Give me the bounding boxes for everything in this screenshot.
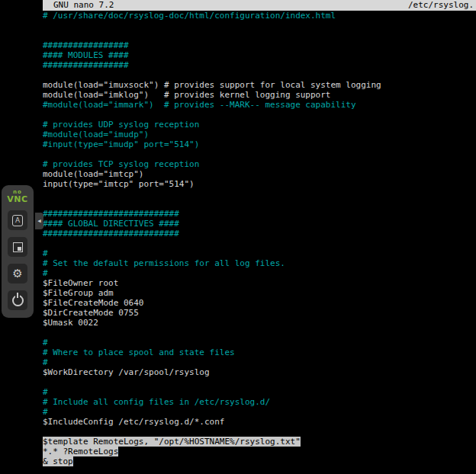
editor-line: # [43,248,476,258]
editor-line [43,149,476,159]
editor-line: ########################### [43,229,476,239]
editor-line: $WorkDirectory /var/spool/rsyslog [43,367,476,377]
nano-titlebar: GNU nano 7.2 /etc/rsyslog. [43,0,476,11]
editor-line: # provides TCP syslog reception [43,159,476,169]
vnc-control-panel: no VNC ◀ A ⚙ [2,185,34,318]
keyboard-button[interactable]: A [8,210,27,230]
editor-line: module(load="imtcp") [43,169,476,179]
editor-line: $IncludeConfig /etc/rsyslog.d/*.conf [43,417,476,427]
power-button[interactable] [8,290,27,310]
power-icon [12,295,24,306]
fullscreen-icon [13,242,23,252]
editor-line: $Umask 0022 [43,318,476,328]
editor-line: # [43,357,476,367]
editor-line: #module(load="immark") # provides --MARK… [43,100,476,110]
keyboard-icon: A [12,215,23,226]
editor-line: $FileCreateMode 0640 [43,298,476,308]
novnc-logo: no VNC [7,190,27,203]
editor-line: # [43,338,476,347]
terminal-window: GNU nano 7.2 /etc/rsyslog. # /usr/share/… [43,0,476,474]
gear-icon: ⚙ [12,268,22,280]
editor-line: $FileOwner root [43,278,476,288]
editor-line: $DirCreateMode 0755 [43,308,476,318]
editor-line: *.* ?RemoteLogs [43,447,476,456]
editor-line: input(type="imtcp" port="514") [43,179,476,189]
editor-line [43,199,476,209]
editor-line [43,110,476,120]
editor-line: #input(type="imudp" port="514") [43,139,476,149]
editor-line [43,328,476,338]
editor-line: module(load="imuxsock") # provides suppo… [43,80,476,90]
editor-line: #### GLOBAL DIRECTIVES #### [43,219,476,229]
editor-line: # [43,387,476,397]
fullscreen-button[interactable] [8,237,27,257]
settings-button[interactable]: ⚙ [8,264,27,283]
editor-line [43,30,476,40]
editor-line: ########################### [43,209,476,219]
editor-line: # [43,268,476,278]
editor-line: & stop [43,456,476,466]
editor-lines[interactable]: # /usr/share/doc/rsyslog-doc/html/config… [43,11,476,466]
editor-line: module(load="imklog") # provides kernel … [43,90,476,100]
editor-line: ################# [43,60,476,70]
editor-line: # /usr/share/doc/rsyslog-doc/html/config… [43,11,476,21]
editor-line [43,21,476,30]
nano-file-path: /etc/rsyslog. [408,0,474,11]
editor-line: ################# [43,40,476,50]
editor-line: $template RemoteLogs, "/opt/%HOSTNAME%/r… [43,437,476,447]
editor-line: # Set the default permissions for all lo… [43,258,476,268]
editor-line: #module(load="imudp") [43,130,476,139]
nano-app-title: GNU nano 7.2 [53,0,114,11]
editor-line: # [43,407,476,417]
chevron-left-icon: ◀ [37,218,40,224]
editor-line [43,377,476,387]
novnc-logo-text-large: VNC [7,195,27,203]
editor-line [43,427,476,437]
editor-line: # Include all config files in /etc/rsysl… [43,397,476,407]
panel-collapse-handle[interactable]: ◀ [35,213,43,229]
editor-line [43,239,476,248]
editor-line [43,189,476,199]
editor-line: $FileGroup adm [43,288,476,298]
editor-line: #### MODULES #### [43,50,476,60]
editor-line: # provides UDP syslog reception [43,120,476,130]
editor-line [43,70,476,80]
editor-line: # Where to place spool and state files [43,347,476,357]
